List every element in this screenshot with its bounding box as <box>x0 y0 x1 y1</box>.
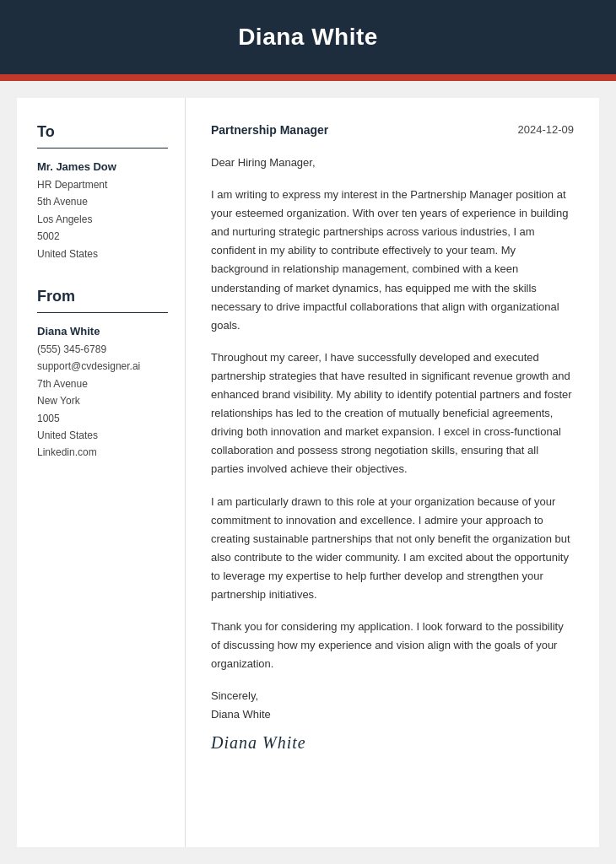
closing-name: Diana White <box>211 708 271 721</box>
header-name: Diana White <box>34 24 582 51</box>
recipient-detail-1: 5th Avenue <box>37 196 88 208</box>
closing-word: Sincerely, <box>211 689 258 702</box>
sidebar: To Mr. James Dow HR Department 5th Avenu… <box>17 98 186 847</box>
letter-paragraph-3: Thank you for considering my application… <box>211 618 574 673</box>
sender-detail-3: New York <box>37 395 80 407</box>
recipient-detail-4: United States <box>37 248 98 260</box>
letter-closing: Sincerely, Diana White <box>211 687 574 724</box>
recipient-detail-2: Los Angeles <box>37 213 92 225</box>
header: Diana White <box>0 0 616 74</box>
recipient-detail-3: 5002 <box>37 230 60 242</box>
letter-paragraph-1: Throughout my career, I have successfull… <box>211 348 574 479</box>
letter-body: Dear Hiring Manager, I am writing to exp… <box>211 154 574 673</box>
content-area: To Mr. James Dow HR Department 5th Avenu… <box>17 98 599 847</box>
sender-detail-0: (555) 345-6789 <box>37 343 106 355</box>
recipient-detail-0: HR Department <box>37 179 107 191</box>
letter-greeting: Dear Hiring Manager, <box>211 154 574 172</box>
recipient-details: HR Department 5th Avenue Los Angeles 500… <box>37 176 168 262</box>
sender-detail-1: support@cvdesigner.ai <box>37 360 140 372</box>
to-section: To Mr. James Dow HR Department 5th Avenu… <box>37 123 168 262</box>
from-divider <box>37 312 168 313</box>
sender-detail-4: 1005 <box>37 413 60 424</box>
from-label: From <box>37 288 168 305</box>
sender-detail-6: Linkedin.com <box>37 446 97 458</box>
letter-date: 2024-12-09 <box>518 123 575 136</box>
sender-details: (555) 345-6789 support@cvdesigner.ai 7th… <box>37 341 168 462</box>
to-divider <box>37 148 168 148</box>
position-title: Partnership Manager <box>211 123 328 137</box>
sender-detail-2: 7th Avenue <box>37 378 88 390</box>
letter-header: Partnership Manager 2024-12-09 <box>211 123 574 137</box>
sender-name: Diana White <box>37 325 168 338</box>
signature-cursive: Diana White <box>211 733 574 753</box>
from-section: From Diana White (555) 345-6789 support@… <box>37 288 168 462</box>
main-content: Partnership Manager 2024-12-09 Dear Hiri… <box>186 98 599 847</box>
page: Diana White To Mr. James Dow HR Departme… <box>0 0 616 864</box>
to-label: To <box>37 123 168 141</box>
sender-detail-5: United States <box>37 429 98 441</box>
header-accent-bar <box>0 74 616 81</box>
letter-paragraph-2: I am particularly drawn to this role at … <box>211 493 574 605</box>
recipient-name: Mr. James Dow <box>37 160 168 173</box>
letter-paragraph-0: I am writing to express my interest in t… <box>211 186 574 335</box>
